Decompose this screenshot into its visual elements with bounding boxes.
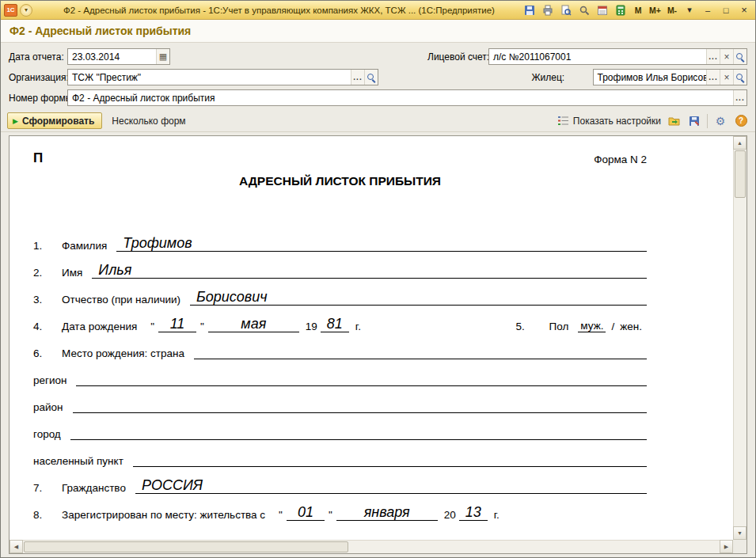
line-number: 4. xyxy=(33,321,62,332)
registered-day-value: 01 xyxy=(298,505,313,520)
memory-subtract-button[interactable]: M- xyxy=(665,3,679,17)
resident-clear-icon[interactable]: × xyxy=(720,70,733,85)
configure-icon[interactable]: ⚙ xyxy=(712,114,728,128)
scroll-down-icon[interactable]: ▼ xyxy=(733,526,747,540)
line-number: 7. xyxy=(33,482,62,494)
surname-field: Трофимов xyxy=(116,234,647,252)
load-settings-icon[interactable] xyxy=(666,114,682,128)
scroll-left-icon[interactable]: ◀ xyxy=(9,540,23,553)
preview-icon[interactable] xyxy=(558,3,574,17)
filter-row-2: Организация: ТСЖ "Престиж" ... Жилец: Тр… xyxy=(9,69,747,85)
minimize-button[interactable]: – xyxy=(700,4,716,17)
registered-month-value: января xyxy=(364,505,410,520)
district-label: район xyxy=(33,401,73,413)
document-content: П Форма N 2 АДРЕСНЫЙ ЛИСТОК ПРИБЫТИЯ 1. … xyxy=(9,136,733,540)
memory-recall-button[interactable]: M xyxy=(631,3,645,17)
doc-corner-letter: П xyxy=(33,150,43,166)
resident-open-icon[interactable] xyxy=(733,70,747,85)
patronymic-field: Борисович xyxy=(190,288,647,306)
vertical-scroll-thumb[interactable] xyxy=(735,150,746,198)
vertical-scrollbar[interactable]: ▲ ▼ xyxy=(733,136,747,540)
doc-line-registered: 8. Зарегистрирован по месту: жительства … xyxy=(33,503,647,521)
form-number-select-icon[interactable]: ... xyxy=(733,90,747,105)
registered-label: Зарегистрирован по месту: жительства с xyxy=(62,509,275,521)
toolbar-divider xyxy=(707,114,708,128)
save-settings-icon[interactable] xyxy=(686,114,702,128)
report-date-input[interactable]: 23.03.2014 ▦ xyxy=(67,48,170,65)
citizenship-value: РОССИЯ xyxy=(135,478,203,493)
citizenship-field: РОССИЯ xyxy=(135,476,647,494)
horizontal-scroll-thumb[interactable] xyxy=(24,541,348,552)
district-field xyxy=(73,396,647,413)
doc-line-citizenship: 7. Гражданство РОССИЯ xyxy=(33,476,647,494)
organization-input[interactable]: ТСЖ "Престиж" ... xyxy=(67,69,378,85)
titlebar: 1С ▾ Ф2 - Адресный листок прибытия - 1С:… xyxy=(1,1,755,20)
help-icon[interactable]: ? xyxy=(733,114,749,128)
calendar-icon[interactable] xyxy=(595,3,610,17)
account-clear-icon[interactable]: × xyxy=(720,49,733,64)
resident-label: Жилец: xyxy=(532,72,593,83)
toolbar-right-group: Показать настройки ⚙ ? xyxy=(557,114,749,128)
scroll-right-icon[interactable]: ▶ xyxy=(720,540,733,553)
horizontal-scrollbar[interactable]: ◀ ▶ xyxy=(9,540,733,553)
account-label: Лицевой счет: xyxy=(427,51,488,63)
scroll-up-icon[interactable]: ▲ xyxy=(733,136,747,150)
doc-line-patronymic: 3. Отчество (при наличии) Борисович xyxy=(33,288,647,306)
registered-month-field: января xyxy=(336,503,438,521)
magnifier-icon xyxy=(736,74,744,82)
name-value: Илья xyxy=(92,263,131,278)
birth-century: 19 xyxy=(299,321,321,332)
filter-panel: Дата отчета: 23.03.2014 ▦ Лицевой счет: … xyxy=(1,43,755,110)
account-select-icon[interactable]: ... xyxy=(706,49,720,64)
resident-select-icon[interactable]: ... xyxy=(706,70,720,85)
close-button[interactable]: × xyxy=(736,4,752,17)
show-settings-button[interactable]: Показать настройки xyxy=(557,116,661,127)
city-label: город xyxy=(33,428,70,440)
titlebar-chevron-down-icon[interactable]: ▾ xyxy=(682,4,697,17)
quote-mark: " xyxy=(275,509,287,521)
form-number-value: Ф2 - Адресный листок прибытия xyxy=(68,90,733,105)
region-label: регион xyxy=(33,374,76,386)
birth-day-field: 11 xyxy=(158,315,196,332)
sex-male-value: муж. xyxy=(578,320,606,332)
calculator-icon[interactable] xyxy=(613,3,629,17)
print-icon[interactable] xyxy=(540,3,556,17)
multiple-forms-button[interactable]: Несколько форм xyxy=(108,114,188,128)
registered-century: 20 xyxy=(438,509,459,521)
patronymic-value: Борисович xyxy=(190,290,267,305)
generate-button[interactable]: ▶ Сформировать xyxy=(7,112,102,129)
patronymic-label: Отчество (при наличии) xyxy=(62,294,190,306)
surname-value: Трофимов xyxy=(116,236,192,251)
maximize-button[interactable]: □ xyxy=(718,4,734,17)
organization-select-icon[interactable]: ... xyxy=(351,70,364,85)
sex-slash: / xyxy=(606,321,620,332)
line-number: 6. xyxy=(33,347,62,359)
toolbar: ▶ Сформировать Несколько форм Показать н… xyxy=(1,110,755,132)
line-number: 8. xyxy=(33,509,62,521)
document-preview: П Форма N 2 АДРЕСНЫЙ ЛИСТОК ПРИБЫТИЯ 1. … xyxy=(9,135,747,554)
memory-add-button[interactable]: M+ xyxy=(648,3,663,17)
form-number-input[interactable]: Ф2 - Адресный листок прибытия ... xyxy=(67,89,747,106)
report-date-value: 23.03.2014 xyxy=(68,49,156,64)
resident-input[interactable]: Трофимов Илья Борисович ... × xyxy=(593,69,748,85)
calendar-picker-icon[interactable]: ▦ xyxy=(156,49,169,64)
form-number-label: Номер формы: xyxy=(9,93,67,104)
year-suffix: г. xyxy=(349,321,364,332)
report-date-label: Дата отчета: xyxy=(9,51,67,63)
birthplace-country-field xyxy=(194,342,647,359)
registered-year-value: 13 xyxy=(465,505,481,520)
account-value: л/с №2011067001 xyxy=(489,49,706,64)
doc-form-number: Форма N 2 xyxy=(594,150,647,165)
surname-label: Фамилия xyxy=(62,240,116,252)
find-icon[interactable] xyxy=(576,3,592,17)
name-field: Илья xyxy=(92,261,647,279)
birth-month-field: мая xyxy=(208,315,299,332)
settlement-field xyxy=(133,450,647,467)
organization-open-icon[interactable] xyxy=(364,70,378,85)
app-menu-icon[interactable]: ▾ xyxy=(20,4,32,17)
account-input[interactable]: л/с №2011067001 ... × xyxy=(488,48,747,65)
doc-line-birthdate-sex: 4. Дата рождения " 11 " мая 19 81 г. 5. … xyxy=(33,315,647,332)
window-title: Ф2 - Адресный листок прибытия - 1С:Учет … xyxy=(63,6,519,15)
account-open-icon[interactable] xyxy=(733,49,747,64)
save-icon[interactable] xyxy=(522,3,538,17)
